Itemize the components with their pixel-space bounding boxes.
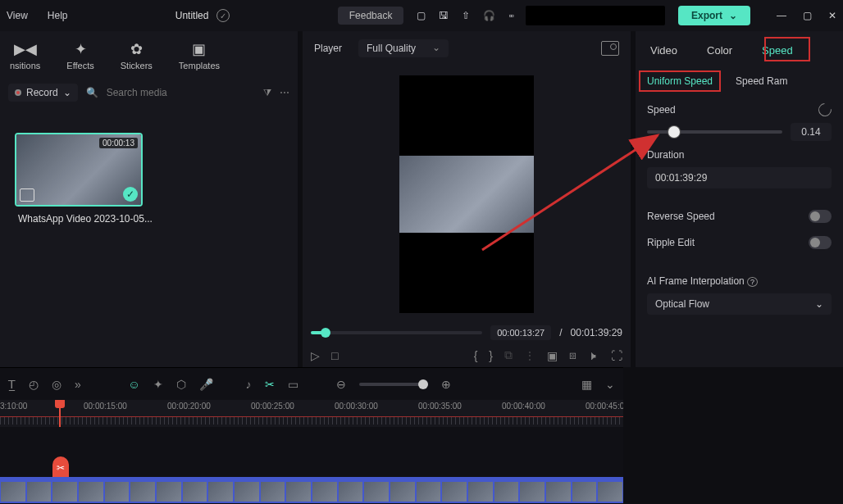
- maximize-button[interactable]: ▢: [803, 10, 812, 21]
- tab-video[interactable]: Video: [650, 44, 677, 57]
- current-time: 00:00:13:27: [490, 325, 551, 340]
- tab-effects[interactable]: ✦Effects: [66, 40, 93, 70]
- minimize-button[interactable]: —: [777, 10, 786, 21]
- account-area: [526, 6, 665, 25]
- monitor-icon[interactable]: ▢: [417, 10, 426, 21]
- templates-icon: ▣: [192, 40, 206, 58]
- bracket-left-icon[interactable]: {: [474, 349, 478, 362]
- reverse-speed-toggle[interactable]: [809, 210, 832, 223]
- timeline-toolbar: T̲ ◴ ◎ » ☺ ✦ ⬡ 🎤 ♪ ✂ ▭ ⊖ ⊕ ▦ ⌄: [0, 367, 623, 400]
- search-input[interactable]: [107, 87, 255, 98]
- fullscreen-icon[interactable]: ⛶: [611, 349, 622, 362]
- chevron-down-icon: ⌄: [63, 87, 71, 98]
- player-label: Player: [314, 43, 342, 54]
- more-tools-icon[interactable]: »: [75, 378, 81, 391]
- menu-help[interactable]: Help: [48, 10, 68, 21]
- mic-icon[interactable]: 🎤: [199, 378, 213, 391]
- speed-slider[interactable]: [647, 130, 782, 134]
- volume-icon[interactable]: 🕨: [588, 349, 599, 362]
- clip-duration: 00:00:13: [99, 138, 138, 148]
- media-panel: ▶◀nsitions ✦Effects ✿Stickers ▣Templates…: [0, 31, 298, 367]
- tab-speed[interactable]: Speed: [762, 44, 793, 57]
- cloud-icon[interactable]: ⇧: [462, 10, 470, 21]
- crop-icon[interactable]: ⧉: [504, 348, 513, 362]
- tab-templates[interactable]: ▣Templates: [179, 40, 220, 70]
- transitions-icon: ▶◀: [14, 40, 37, 58]
- palette-icon[interactable]: ◎: [52, 378, 62, 391]
- music-icon[interactable]: ♪: [246, 378, 252, 391]
- shield-icon[interactable]: ⬡: [176, 378, 186, 391]
- save-icon[interactable]: 🖫: [439, 10, 449, 21]
- time-separator: /: [559, 327, 562, 338]
- tab-color[interactable]: Color: [707, 44, 732, 57]
- menu-view[interactable]: View: [7, 10, 28, 21]
- video-canvas[interactable]: [399, 75, 534, 313]
- speed-label: Speed: [647, 104, 676, 116]
- play-button[interactable]: ▷: [311, 349, 320, 362]
- split-icon[interactable]: ✂: [265, 378, 275, 391]
- subtab-speed-ramping[interactable]: Speed Ram: [736, 75, 787, 87]
- record-icon: [15, 89, 21, 96]
- media-filename: WhatsApp Video 2023-10-05...: [15, 207, 283, 228]
- dots-icon[interactable]: ⋮: [524, 349, 535, 362]
- timeline[interactable]: ✂: [0, 427, 623, 503]
- video-track[interactable]: [0, 477, 623, 503]
- chevron-down-icon: ⌄: [729, 10, 737, 21]
- quality-select[interactable]: Full Quality: [358, 39, 449, 57]
- added-check-icon: ✓: [123, 187, 138, 202]
- collapse-icon[interactable]: ⌄: [605, 378, 615, 391]
- feedback-button[interactable]: Feedback: [338, 7, 404, 25]
- chevron-down-icon: ⌄: [815, 298, 823, 310]
- player-seek-slider[interactable]: [311, 331, 482, 334]
- stop-button[interactable]: □: [331, 349, 338, 362]
- display-icon[interactable]: ▣: [547, 349, 558, 362]
- camera-icon[interactable]: ⧇: [569, 348, 576, 362]
- duration-input[interactable]: 00:01:39:29: [647, 167, 832, 188]
- ripple-edit-toggle[interactable]: [809, 236, 832, 249]
- frame-icon[interactable]: ▭: [288, 378, 298, 391]
- filter-icon[interactable]: ⧩: [263, 87, 271, 98]
- search-icon: 🔍: [86, 87, 98, 98]
- speed-value[interactable]: 0.14: [791, 123, 832, 141]
- total-time: 00:01:39:29: [571, 327, 622, 338]
- export-button[interactable]: Export⌄: [678, 6, 750, 25]
- close-button[interactable]: ✕: [828, 10, 836, 21]
- duration-label: Duration: [647, 149, 684, 161]
- reverse-speed-label: Reverse Speed: [647, 211, 715, 222]
- zoom-out-icon[interactable]: ⊖: [336, 378, 346, 391]
- headphones-icon[interactable]: 🎧: [483, 10, 495, 21]
- saved-icon: ✓: [216, 9, 230, 22]
- text-tool-icon[interactable]: T̲: [8, 378, 16, 391]
- info-icon[interactable]: ?: [747, 277, 758, 287]
- interpolation-select[interactable]: Optical Flow⌄: [647, 293, 832, 315]
- time-ruler[interactable]: 3:10:0000:00:15:0000:00:20:0000:00:25:00…: [0, 400, 623, 427]
- stickers-icon: ✿: [130, 40, 143, 58]
- zoom-in-icon[interactable]: ⊕: [441, 378, 451, 391]
- snapshot-icon[interactable]: [601, 41, 619, 56]
- top-bar: View Help Untitled ✓ Feedback ▢ 🖫 ⇧ 🎧 ▫▫…: [0, 0, 843, 31]
- zoom-slider[interactable]: [359, 383, 428, 386]
- media-clip[interactable]: 00:00:13 ✓: [15, 133, 143, 207]
- apps-icon[interactable]: ▫▫: [508, 10, 513, 21]
- subtab-uniform-speed[interactable]: Uniform Speed: [639, 70, 721, 92]
- more-icon[interactable]: ⋯: [280, 87, 289, 98]
- cut-marker-icon[interactable]: ✂: [52, 456, 69, 479]
- interpolation-label: AI Frame Interpolation ?: [647, 275, 758, 287]
- properties-panel: Video Color Speed Uniform Speed Speed Ra…: [636, 31, 843, 367]
- ripple-edit-label: Ripple Edit: [647, 237, 695, 248]
- playhead[interactable]: [59, 400, 61, 427]
- bracket-right-icon[interactable]: }: [489, 349, 493, 362]
- grid-icon[interactable]: ▦: [581, 378, 592, 391]
- tab-transitions[interactable]: ▶◀nsitions: [10, 40, 40, 70]
- ai-face-icon[interactable]: ☺: [128, 378, 139, 391]
- record-button[interactable]: Record⌄: [8, 84, 78, 102]
- sparkle-icon[interactable]: ✦: [153, 378, 163, 391]
- effects-icon: ✦: [75, 40, 87, 58]
- preview-panel: Player Full Quality 00:00:13:27 / 00:01:…: [303, 31, 631, 367]
- project-title: Untitled: [175, 10, 209, 21]
- video-type-icon: [20, 188, 34, 202]
- reset-icon[interactable]: [816, 101, 835, 120]
- tab-stickers[interactable]: ✿Stickers: [121, 40, 153, 70]
- media-thumbnail: 00:00:13 ✓: [16, 134, 141, 205]
- timer-icon[interactable]: ◴: [29, 378, 39, 391]
